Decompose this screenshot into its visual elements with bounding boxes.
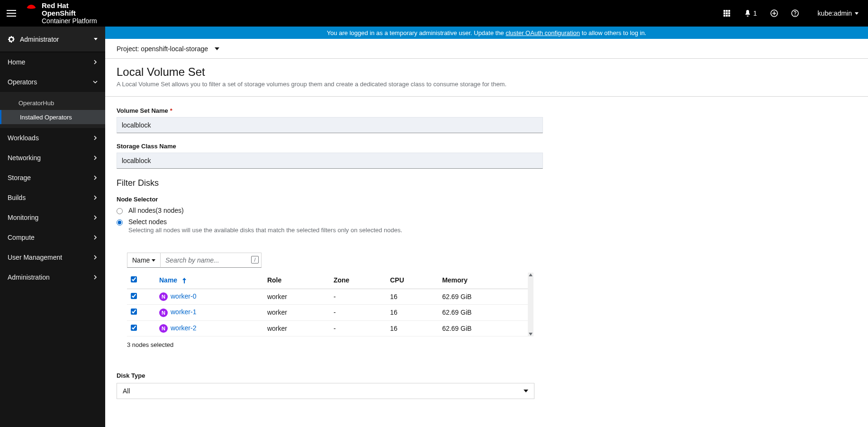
sidebar-item-label: OperatorHub [18, 100, 54, 107]
sidebar-item-label: Workloads [8, 134, 39, 142]
chevron-right-icon [93, 275, 98, 280]
content-scroll[interactable]: Local Volume Set A Local Volume Set allo… [105, 59, 868, 427]
chevron-right-icon [93, 215, 98, 220]
notif-count: 1 [753, 9, 757, 17]
sidebar-nav: Home Operators OperatorHub Installed Ope… [0, 52, 105, 287]
node-badge-icon: N [159, 309, 168, 317]
chevron-down-icon [93, 80, 98, 84]
node-link[interactable]: worker-1 [171, 308, 196, 316]
project-selector[interactable]: Project: openshift-local-storage [105, 39, 868, 59]
scn-label: Storage Class Name [117, 143, 176, 150]
sidebar-sub-installed-operators[interactable]: Installed Operators [0, 110, 105, 124]
vsn-label: Volume Set Name [117, 107, 168, 114]
brand-bold: Red Hat [42, 1, 69, 9]
node-badge-icon: N [159, 324, 168, 333]
radio-select-nodes[interactable] [117, 219, 123, 226]
search-input[interactable] [160, 253, 262, 268]
cog-icon [8, 36, 15, 43]
cell-role: worker [263, 305, 330, 320]
page-header: Local Volume Set A Local Volume Set allo… [105, 59, 868, 97]
col-role[interactable]: Role [263, 273, 330, 289]
storage-class-name-input[interactable] [117, 153, 543, 169]
svg-rect-4 [726, 12, 728, 14]
perspective-switcher[interactable]: Administrator [0, 27, 105, 52]
cell-cpu: 16 [386, 305, 438, 320]
col-memory[interactable]: Memory [438, 273, 528, 289]
filter-disks-heading: Filter Disks [117, 178, 637, 188]
sidebar-item-label: Builds [8, 194, 26, 201]
notifications-button[interactable]: 1 [744, 9, 757, 17]
nodes-block: Name / [127, 253, 533, 348]
radio-select-help: Selecting all nodes will use the availab… [128, 227, 402, 234]
col-cpu[interactable]: CPU [386, 273, 438, 289]
sidebar-item-workloads[interactable]: Workloads [0, 128, 105, 148]
svg-rect-6 [723, 15, 725, 17]
sidebar-item-label: Installed Operators [20, 114, 72, 121]
brand-sub: Container Platform [42, 18, 97, 25]
masthead: Red Hat OpenShift Container Platform 1 [0, 0, 868, 27]
node-badge-icon: N [159, 292, 168, 301]
disk-type-label: Disk Type [117, 372, 637, 379]
chevron-right-icon [93, 136, 98, 140]
caret-down-icon [215, 47, 219, 50]
sidebar-item-operators[interactable]: Operators [0, 72, 105, 92]
col-zone[interactable]: Zone [330, 273, 386, 289]
node-link[interactable]: worker-0 [171, 292, 196, 300]
sidebar-item-home[interactable]: Home [0, 52, 105, 72]
sidebar-item-builds[interactable]: Builds [0, 188, 105, 208]
col-name[interactable]: Name [159, 276, 177, 284]
cell-memory: 62.69 GiB [438, 305, 528, 320]
required-star: * [170, 107, 172, 114]
radio-all-nodes[interactable] [117, 208, 123, 214]
filter-dropdown[interactable]: Name [127, 253, 160, 268]
bell-icon [744, 9, 751, 17]
help-icon[interactable] [791, 9, 799, 17]
disk-type-select[interactable]: All [117, 383, 534, 399]
cell-zone: - [330, 289, 386, 305]
node-table-wrap: Name Role Zone CPU Memory [127, 273, 533, 336]
user-name: kube:admin [818, 9, 852, 17]
brand: Red Hat OpenShift Container Platform [25, 2, 97, 25]
chevron-right-icon [93, 60, 98, 64]
chevron-down-icon [94, 38, 98, 40]
masthead-tools: 1 kube:admin [723, 9, 862, 17]
hamburger-icon[interactable] [6, 8, 17, 19]
sidebar-sub-operatorhub[interactable]: OperatorHub [1, 96, 105, 110]
cell-cpu: 16 [386, 289, 438, 305]
sidebar-item-administration[interactable]: Administration [0, 267, 105, 287]
cell-role: worker [263, 320, 330, 336]
row-checkbox[interactable] [131, 325, 137, 331]
table-scrollbar[interactable] [528, 273, 533, 336]
node-link[interactable]: worker-2 [171, 324, 196, 332]
chevron-right-icon [93, 175, 98, 180]
caret-down-icon [152, 259, 155, 262]
radio-all-label: All nodes(3 nodes) [128, 207, 184, 214]
table-row: Nworker-0 worker - 16 62.69 GiB [127, 289, 528, 305]
chevron-right-icon [93, 195, 98, 200]
add-icon[interactable] [770, 9, 778, 17]
sidebar-item-monitoring[interactable]: Monitoring [0, 208, 105, 227]
chevron-right-icon [93, 255, 98, 260]
svg-rect-5 [728, 12, 730, 14]
row-checkbox[interactable] [131, 293, 137, 299]
brand-mid: OpenShift [42, 9, 76, 17]
svg-rect-2 [728, 10, 730, 12]
user-menu[interactable]: kube:admin [818, 9, 859, 17]
sidebar-item-compute[interactable]: Compute [0, 227, 105, 247]
select-all-checkbox[interactable] [131, 276, 137, 282]
banner-prefix: You are logged in as a temporary adminis… [327, 29, 506, 36]
sidebar-item-label: Compute [8, 234, 35, 241]
sidebar-item-networking[interactable]: Networking [0, 148, 105, 168]
sidebar-item-user-management[interactable]: User Management [0, 247, 105, 267]
row-checkbox[interactable] [131, 309, 137, 315]
chevron-right-icon [93, 155, 98, 160]
sidebar-item-storage[interactable]: Storage [0, 168, 105, 188]
banner-link[interactable]: cluster OAuth configuration [506, 29, 580, 36]
svg-rect-1 [726, 10, 728, 12]
chevron-right-icon [93, 235, 98, 240]
slash-hint: / [251, 256, 259, 263]
volume-set-name-input[interactable] [117, 117, 543, 133]
sort-asc-icon[interactable] [182, 276, 187, 284]
apps-grid-icon[interactable] [723, 9, 731, 17]
table-row: Nworker-1 worker - 16 62.69 GiB [127, 305, 528, 320]
